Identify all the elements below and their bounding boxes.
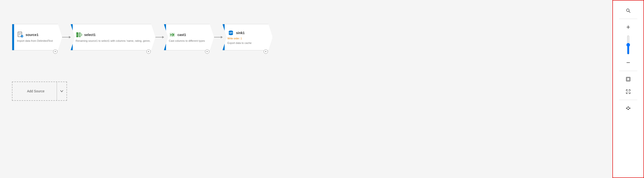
svg-line-31 [629,108,630,109]
select1-subtitle: Renaming source1 to select1 with columns… [76,39,150,43]
pipeline-container: source1 Import data from DelimitedText + [12,24,273,50]
fit-selection-button[interactable] [623,86,634,97]
connector-1-2 [62,37,70,37]
graph-layout-icon [626,106,630,111]
graph-layout-button[interactable] [623,103,634,114]
add-source-box[interactable]: Add Source [12,81,67,101]
cast1-subtitle: Cast columns to different types [169,39,205,43]
sink1-subtitle: Export data to cache [228,41,262,45]
right-toolbar [612,0,644,178]
svg-point-15 [229,31,233,32]
svg-line-29 [627,108,628,109]
toolbar-separator-3 [619,100,638,100]
svg-text:T: T [170,34,172,36]
sink1-title: sink1 [236,31,245,35]
zoom-in-button[interactable] [623,22,634,32]
svg-rect-21 [626,77,630,81]
node-left-bar [12,24,14,50]
zoom-in-icon [626,25,630,30]
zoom-slider-container [626,35,630,54]
node-content-4: sink1 Write order: 1 Export data to cach… [225,24,266,50]
source-icon [17,31,24,38]
canvas-area: source1 Import data from DelimitedText + [0,0,612,178]
cast-icon: T [169,31,176,38]
node-cast1[interactable]: T cast1 Cast columns to different types … [164,24,214,50]
node-source1[interactable]: source1 Import data from DelimitedText + [12,24,62,50]
toolbar-separator-1 [619,19,638,19]
node-content: source1 Import data from DelimitedText [14,24,58,50]
select-icon [76,31,82,38]
node-content-2: select1 Renaming source1 to select1 with… [73,24,155,50]
node-icon-title-4: sink1 [228,30,262,36]
svg-rect-22 [627,78,630,80]
svg-point-16 [626,9,629,12]
svg-rect-27 [630,108,630,109]
cast1-plus-button[interactable]: + [205,49,209,54]
search-button[interactable] [623,5,634,16]
svg-line-28 [627,107,628,108]
search-icon [626,8,630,13]
node-left-bar-3 [164,24,166,50]
select1-title: select1 [84,33,96,37]
source1-plus-button[interactable]: + [53,49,58,54]
sink1-write-order: Write order: 1 [228,37,262,40]
svg-rect-26 [628,109,629,110]
source1-subtitle: Import data from DelimitedText [17,39,53,43]
cast1-title: cast1 [178,33,186,37]
sink1-plus-button[interactable]: + [264,49,268,54]
node-left-bar-2 [71,24,73,50]
node-icon-title-2: select1 [76,31,150,38]
connector-3-4 [214,37,222,37]
fit-view-button[interactable] [623,74,634,84]
svg-rect-25 [628,107,629,108]
zoom-out-icon [626,60,630,65]
source1-title: source1 [26,33,38,37]
add-source-label: Add Source [12,89,57,93]
connector-2-3 [156,37,164,37]
add-source-chevron[interactable] [57,89,66,93]
zoom-out-button[interactable] [623,57,634,68]
node-icon-title-3: T cast1 [169,31,205,38]
node-icon-title: source1 [17,31,53,38]
fit-view-icon [626,77,630,81]
node-select1[interactable]: select1 Renaming source1 to select1 with… [70,24,156,50]
svg-line-30 [629,107,630,108]
sink-icon [228,30,234,36]
svg-rect-5 [76,32,78,37]
select1-plus-button[interactable]: + [146,49,151,54]
svg-point-14 [229,33,233,35]
node-content-3: T cast1 Cast columns to different types [166,24,210,50]
node-left-bar-4 [223,24,225,50]
zoom-slider[interactable] [626,35,630,54]
svg-rect-24 [626,108,627,109]
svg-line-17 [629,11,630,13]
svg-rect-23 [627,91,629,93]
fit-selection-icon [626,89,630,94]
node-sink1[interactable]: sink1 Write order: 1 Export data to cach… [222,24,273,50]
toolbar-separator-2 [619,71,638,71]
